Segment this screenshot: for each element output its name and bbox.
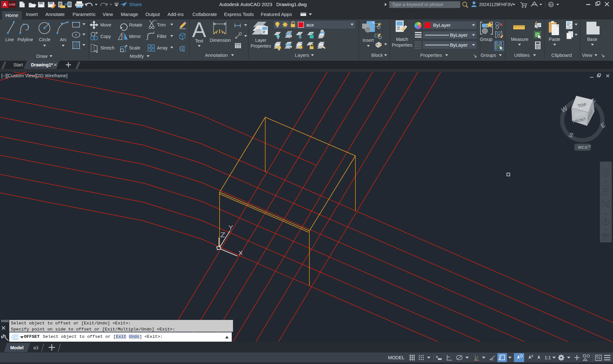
svg-text:MODEL: MODEL (388, 355, 405, 360)
svg-text:Base: Base (587, 37, 597, 42)
svg-text:Start: Start (13, 62, 23, 67)
svg-text:Drawing1*: Drawing1* (31, 62, 53, 67)
svg-text:Arc: Arc (60, 37, 67, 42)
svg-text:Rotate: Rotate (129, 22, 142, 27)
svg-text:ByLayer: ByLayer (450, 42, 468, 48)
svg-text:Share: Share (129, 2, 142, 7)
svg-text:Draw: Draw (36, 53, 47, 59)
svg-text:Model: Model (10, 345, 24, 350)
svg-text:Modify: Modify (130, 53, 144, 59)
svg-text:Line: Line (5, 37, 14, 42)
svg-text:ByLayer: ByLayer (450, 32, 468, 38)
svg-text:Paste: Paste (549, 37, 560, 42)
svg-text:20241129FHF3V: 20241129FHF3V (479, 2, 513, 7)
svg-text:Utilities: Utilities (514, 52, 530, 58)
svg-text:Copy: Copy (100, 34, 111, 39)
svg-text:aux: aux (306, 22, 314, 27)
svg-text:Circle: Circle (39, 37, 50, 42)
svg-text:Scale: Scale (129, 45, 140, 50)
svg-text:1:1: 1:1 (545, 355, 551, 360)
svg-text:Properties: Properties (420, 52, 442, 58)
svg-text:Insert: Insert (362, 38, 374, 43)
svg-text:Polyline: Polyline (17, 37, 33, 42)
svg-text:Dimension: Dimension (210, 38, 231, 43)
svg-text:a3: a3 (33, 345, 38, 350)
svg-text:?: ? (550, 2, 553, 7)
svg-text:Properties: Properties (251, 43, 271, 49)
svg-text:Layer: Layer (255, 38, 266, 43)
svg-text:Mirror: Mirror (129, 34, 141, 39)
svg-text:Clipboard: Clipboard (551, 52, 572, 58)
svg-text:Move: Move (100, 22, 111, 27)
svg-text:View: View (582, 52, 592, 58)
svg-text:WCS: WCS (578, 145, 588, 150)
svg-text:Block: Block (371, 52, 383, 58)
svg-text:Text: Text (195, 38, 203, 43)
svg-text:Trim: Trim (157, 22, 166, 27)
svg-text:Annotation: Annotation (205, 52, 228, 58)
svg-text:Group: Group (480, 37, 493, 42)
svg-text:Groups: Groups (480, 52, 496, 58)
svg-text:Properties: Properties (392, 42, 412, 48)
svg-text:Match: Match (396, 37, 408, 42)
svg-text:Fillet: Fillet (157, 34, 167, 39)
svg-text:Layers: Layers (295, 52, 309, 58)
svg-text:Array: Array (157, 45, 167, 50)
svg-text:Stretch: Stretch (100, 45, 114, 50)
svg-text:ByLayer: ByLayer (433, 22, 451, 28)
svg-text:Type a keyword or phrase: Type a keyword or phrase (392, 2, 443, 7)
svg-text:Measure: Measure (511, 37, 529, 42)
svg-text:[−][Custom View][2D Wireframe]: [−][Custom View][2D Wireframe] (1, 73, 67, 78)
